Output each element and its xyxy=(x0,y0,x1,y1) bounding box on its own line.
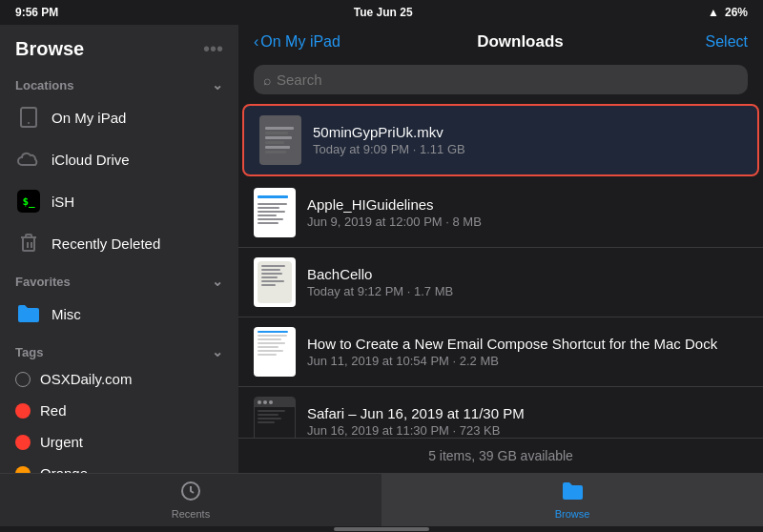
items-count: 5 items, 39 GB available xyxy=(428,448,573,463)
file-item-mkv[interactable]: 50minGypPriUk.mkv Today at 9:09 PM · 1.1… xyxy=(242,104,759,176)
tag-label: Red xyxy=(40,402,67,419)
sidebar-item-label: On My iPad xyxy=(52,110,126,126)
file-meta: Today at 9:12 PM · 1.7 MB xyxy=(307,284,748,298)
nav-bar: ‹ On My iPad Downloads Select xyxy=(238,25,763,59)
tab-browse[interactable]: Browse xyxy=(382,474,763,526)
tag-dot-orange-icon xyxy=(15,466,31,474)
select-button[interactable]: Select xyxy=(700,33,748,51)
file-name: BachCello xyxy=(307,266,748,282)
status-date: Tue Jun 25 xyxy=(354,6,413,19)
file-thumbnail-safari xyxy=(254,397,296,438)
file-meta: Jun 11, 2019 at 10:54 PM · 2.2 MB xyxy=(307,354,748,368)
search-icon: ⌕ xyxy=(263,72,271,88)
sidebar-item-icloud-drive[interactable]: iCloud Drive xyxy=(0,138,238,180)
svg-point-1 xyxy=(28,122,30,124)
file-name: Apple_HIGuidelines xyxy=(307,196,748,213)
file-name: 50minGypPriUk.mkv xyxy=(313,124,742,140)
sidebar-header: Browse ••• xyxy=(0,34,238,68)
tag-label: OSXDaily.com xyxy=(40,371,132,387)
sidebar-more-button[interactable]: ••• xyxy=(203,38,223,60)
search-bar: ⌕ xyxy=(238,59,763,102)
tag-dot-urgent-icon xyxy=(15,435,31,450)
sidebar-item-recently-deleted[interactable]: Recently Deleted xyxy=(0,222,238,264)
cloud-icon xyxy=(15,146,42,173)
tag-item-orange[interactable]: Orange xyxy=(0,458,238,473)
tags-section-label: Tags ⌄ xyxy=(0,335,238,363)
tag-item-urgent[interactable]: Urgent xyxy=(0,426,238,458)
file-list: 50minGypPriUk.mkv Today at 9:09 PM · 1.1… xyxy=(238,102,763,438)
main-layout: Browse ••• Locations ⌄ On My iPad i xyxy=(0,25,763,473)
tab-recents[interactable]: Recents xyxy=(0,474,382,526)
locations-chevron-icon: ⌄ xyxy=(212,77,223,92)
file-info: How to Create a New Email Compose Shortc… xyxy=(307,336,748,368)
search-input[interactable] xyxy=(277,72,738,88)
tag-item-osxdaily[interactable]: OSXDaily.com xyxy=(0,363,238,395)
sidebar-item-label: Misc xyxy=(52,306,81,322)
sidebar-title: Browse xyxy=(15,38,84,60)
tag-item-red[interactable]: Red xyxy=(0,395,238,426)
tag-dot-outline-icon xyxy=(15,372,31,387)
sidebar-item-label: Recently Deleted xyxy=(52,235,160,252)
content-area: ‹ On My iPad Downloads Select ⌕ xyxy=(238,25,763,473)
file-info: Apple_HIGuidelines Jun 9, 2019 at 12:00 … xyxy=(307,196,748,229)
file-thumbnail-doc3 xyxy=(254,327,296,377)
status-footer: 5 items, 39 GB available xyxy=(238,438,763,473)
status-time: 9:56 PM xyxy=(15,6,58,19)
trash-icon xyxy=(15,230,42,256)
file-info: BachCello Today at 9:12 PM · 1.7 MB xyxy=(307,266,748,298)
tab-label-recents: Recents xyxy=(172,508,210,520)
locations-section-label: Locations ⌄ xyxy=(0,68,238,96)
file-thumbnail-mkv xyxy=(259,115,301,165)
file-meta: Today at 9:09 PM · 1.11 GB xyxy=(313,142,742,156)
file-meta: Jun 9, 2019 at 12:00 PM · 8 MB xyxy=(307,215,748,229)
file-name: Safari – Jun 16, 2019 at 11/30 PM xyxy=(307,405,748,421)
tags-chevron-icon: ⌄ xyxy=(212,344,223,359)
file-item-bach[interactable]: BachCello Today at 9:12 PM · 1.7 MB xyxy=(238,248,763,317)
folder-icon-misc xyxy=(15,300,42,327)
tab-label-browse: Browse xyxy=(555,508,590,520)
sidebar-item-label: iSH xyxy=(52,194,74,210)
back-label: On My iPad xyxy=(260,33,340,51)
sidebar-item-misc[interactable]: Misc xyxy=(0,293,238,335)
sidebar-item-ish[interactable]: $_ iSH xyxy=(0,180,238,222)
favorites-chevron-icon: ⌄ xyxy=(212,274,223,289)
home-indicator xyxy=(0,526,763,532)
nav-title: Downloads xyxy=(340,32,700,51)
file-thumbnail-doc2 xyxy=(254,257,296,307)
ish-icon: $_ xyxy=(15,188,42,215)
status-bar: 9:56 PM Tue Jun 25 ▲ 26% xyxy=(0,0,763,25)
back-button[interactable]: ‹ On My iPad xyxy=(254,33,340,51)
ipad-icon xyxy=(15,104,42,131)
file-info: Safari – Jun 16, 2019 at 11/30 PM Jun 16… xyxy=(307,405,748,438)
favorites-section-label: Favorites ⌄ xyxy=(0,264,238,293)
file-item-email-shortcut[interactable]: How to Create a New Email Compose Shortc… xyxy=(238,317,763,387)
tab-bar: Recents Browse xyxy=(0,473,763,526)
sidebar-item-label: iCloud Drive xyxy=(52,152,130,168)
wifi-icon: ▲ xyxy=(708,6,719,19)
battery-level: 26% xyxy=(725,6,748,19)
sidebar: Browse ••• Locations ⌄ On My iPad i xyxy=(0,25,238,473)
chevron-left-icon: ‹ xyxy=(254,33,258,51)
folder-tab-icon xyxy=(561,481,584,506)
file-item-safari[interactable]: Safari – Jun 16, 2019 at 11/30 PM Jun 16… xyxy=(238,387,763,438)
clock-icon xyxy=(180,481,201,506)
sidebar-item-on-my-ipad[interactable]: On My iPad xyxy=(0,96,238,138)
file-thumbnail-doc xyxy=(254,188,296,237)
file-name: How to Create a New Email Compose Shortc… xyxy=(307,336,748,352)
file-meta: Jun 16, 2019 at 11:30 PM · 723 KB xyxy=(307,423,748,438)
tag-label: Orange xyxy=(40,465,88,473)
tag-label: Urgent xyxy=(40,434,83,450)
file-info: 50minGypPriUk.mkv Today at 9:09 PM · 1.1… xyxy=(313,124,742,156)
tag-dot-red-icon xyxy=(15,403,31,419)
search-container[interactable]: ⌕ xyxy=(254,65,748,94)
home-bar xyxy=(334,527,429,531)
file-item-hig[interactable]: Apple_HIGuidelines Jun 9, 2019 at 12:00 … xyxy=(238,178,763,248)
